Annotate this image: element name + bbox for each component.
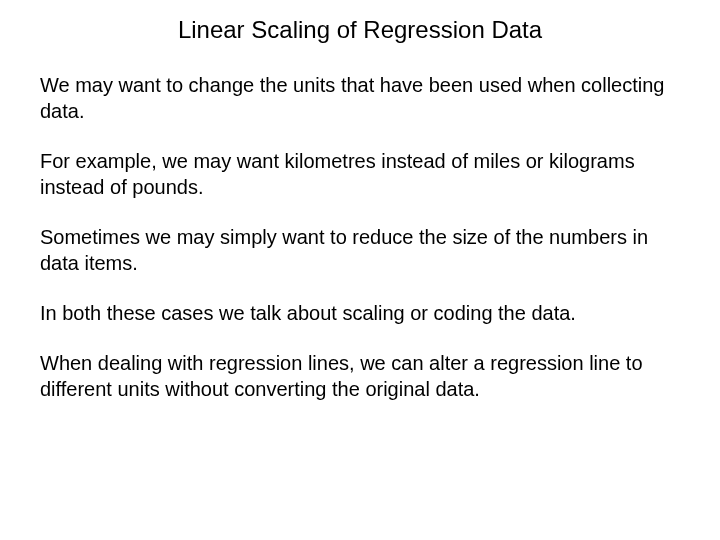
paragraph-example: For example, we may want kilometres inst… <box>40 148 680 200</box>
paragraph-reduce-size: Sometimes we may simply want to reduce t… <box>40 224 680 276</box>
paragraph-regression-lines: When dealing with regression lines, we c… <box>40 350 680 402</box>
paragraph-units-change: We may want to change the units that hav… <box>40 72 680 124</box>
page-title: Linear Scaling of Regression Data <box>40 16 680 44</box>
paragraph-scaling-coding: In both these cases we talk about scalin… <box>40 300 680 326</box>
slide: Linear Scaling of Regression Data We may… <box>0 0 720 540</box>
